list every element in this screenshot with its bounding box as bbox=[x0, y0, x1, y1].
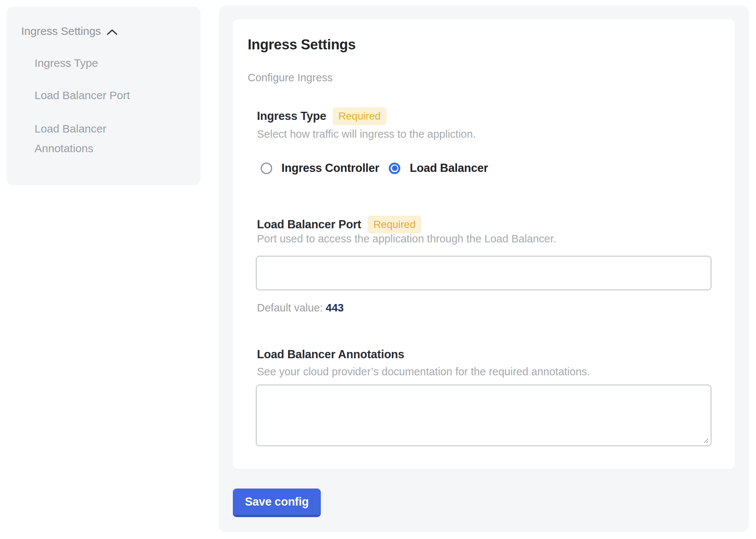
sidebar-group-label: Ingress Settings bbox=[21, 23, 101, 39]
default-value-line: Default value:443 bbox=[257, 302, 344, 314]
radio-label: Load Balancer bbox=[410, 161, 488, 175]
required-badge: Required bbox=[368, 216, 422, 233]
annotations-textarea-wrap bbox=[256, 385, 711, 446]
resize-handle-icon[interactable] bbox=[702, 437, 709, 444]
chevron-up-icon bbox=[106, 28, 118, 36]
radio-circle-icon bbox=[261, 163, 272, 174]
save-config-button[interactable]: Save config bbox=[233, 489, 321, 517]
page-subtitle: Configure Ingress bbox=[248, 72, 333, 84]
load-balancer-annotations-header: Load Balancer Annotations bbox=[257, 348, 404, 361]
page-title: Ingress Settings bbox=[248, 37, 356, 53]
sidebar-item-ingress-settings[interactable]: Ingress Settings bbox=[21, 23, 118, 39]
sidebar-item-load-balancer-annotations[interactable]: Load Balancer Annotations bbox=[35, 119, 161, 158]
radio-ingress-controller[interactable]: Ingress Controller bbox=[261, 161, 379, 175]
load-balancer-annotations-label: Load Balancer Annotations bbox=[257, 348, 404, 361]
load-balancer-port-description: Port used to access the application thro… bbox=[257, 233, 556, 245]
load-balancer-port-label: Load Balancer Port bbox=[257, 218, 361, 231]
required-badge: Required bbox=[333, 107, 387, 125]
ingress-type-description: Select how traffic will ingress to the a… bbox=[257, 128, 476, 140]
radio-label: Ingress Controller bbox=[281, 161, 379, 175]
load-balancer-port-header: Load Balancer Port Required bbox=[257, 216, 421, 233]
sidebar: Ingress Settings Ingress Type Load Balan… bbox=[7, 7, 201, 185]
ingress-type-header: Ingress Type Required bbox=[257, 107, 387, 125]
default-value-label: Default value: bbox=[257, 302, 323, 314]
radio-load-balancer[interactable]: Load Balancer bbox=[389, 161, 488, 175]
load-balancer-port-input[interactable] bbox=[256, 256, 711, 290]
load-balancer-annotations-textarea[interactable] bbox=[256, 385, 711, 446]
load-balancer-annotations-description: See your cloud provider’s documentation … bbox=[257, 366, 590, 378]
sidebar-item-ingress-type[interactable]: Ingress Type bbox=[35, 55, 98, 71]
radio-circle-icon bbox=[389, 163, 400, 174]
ingress-type-radio-group: Ingress Controller Load Balancer bbox=[261, 161, 488, 175]
default-value: 443 bbox=[326, 302, 343, 314]
ingress-type-label: Ingress Type bbox=[257, 110, 326, 123]
ingress-settings-card: Ingress Settings Configure Ingress Ingre… bbox=[233, 19, 735, 469]
sidebar-item-load-balancer-port[interactable]: Load Balancer Port bbox=[35, 87, 130, 104]
